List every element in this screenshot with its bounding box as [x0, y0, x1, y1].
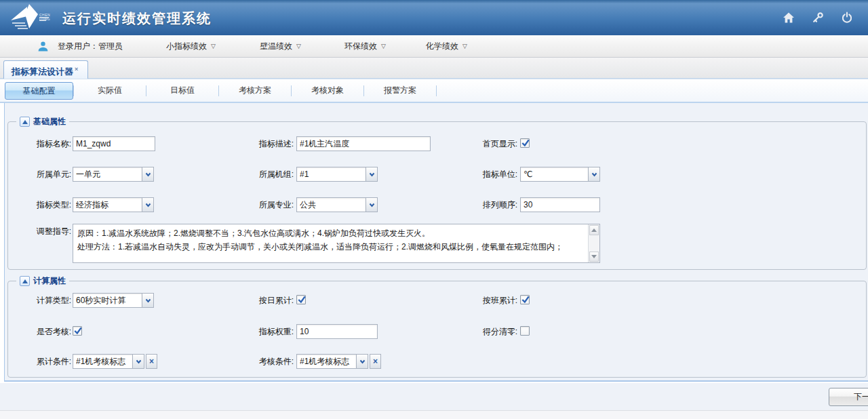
footer-toolbar: 下一步	[0, 383, 868, 410]
accum-condition-input[interactable]	[73, 354, 133, 369]
homepage-display-checkbox[interactable]	[520, 138, 530, 148]
chevron-down-icon[interactable]	[142, 293, 154, 308]
subtab-target-value[interactable]: 目标值	[146, 85, 218, 96]
sort-order-label: 排列顺序:	[465, 197, 517, 212]
next-step-button[interactable]: 下一步	[829, 388, 868, 406]
adjust-guide-label: 调整指导:	[18, 224, 71, 239]
subtab-assessment-object[interactable]: 考核对象	[292, 85, 363, 96]
menu-chemical-performance[interactable]: 化学绩效 ▽	[426, 35, 467, 58]
chevron-down-icon[interactable]	[142, 167, 154, 182]
user-icon	[37, 41, 49, 52]
chevron-down-icon: ▽	[211, 35, 216, 58]
header-toolbar	[783, 0, 853, 35]
owner-major-combo[interactable]	[296, 197, 378, 212]
tab-indicator-algorithm-designer[interactable]: 指标算法设计器×	[3, 60, 88, 79]
app-window: CHEN LONG 运行实时绩效管理系统	[0, 0, 868, 419]
power-icon[interactable]	[841, 12, 853, 24]
subtab-basic-config[interactable]: 基础配置	[5, 82, 73, 100]
is-assessed-checkbox[interactable]	[73, 326, 82, 336]
home-icon[interactable]	[783, 12, 795, 24]
collapse-icon[interactable]	[20, 117, 30, 127]
adjust-guide-textarea[interactable]: 原因：1.减温水系统故障；2.燃烧调整不当；3.汽包水位高或满水；4.锅炉加负荷…	[73, 224, 588, 262]
company-logo-icon: CHEN LONG	[7, 3, 62, 33]
score-reset-checkbox[interactable]	[520, 326, 530, 336]
calc-type-label: 计算类型:	[18, 293, 71, 308]
indicator-type-input[interactable]	[73, 197, 142, 212]
config-subtabs: 基础配置 实际值 目标值 考核方案 考核对象 报警方案	[0, 79, 868, 103]
owner-unit-label: 所属单元:	[18, 167, 71, 182]
subtab-actual-value[interactable]: 实际值	[74, 85, 146, 96]
indicator-desc-input[interactable]	[296, 136, 431, 151]
menu-small-indicator-performance[interactable]: 小指标绩效 ▽	[166, 35, 216, 58]
subtab-assessment-plan[interactable]: 考核方案	[219, 85, 291, 96]
assess-condition-combo[interactable]: ×	[296, 354, 381, 369]
clear-icon[interactable]: ×	[370, 354, 381, 369]
owner-machine-label: 所属机组:	[241, 167, 294, 182]
scroll-up-icon[interactable]	[589, 225, 599, 235]
bottom-strip	[0, 410, 868, 419]
adjust-guide-field: 原因：1.减温水系统故障；2.燃烧调整不当；3.汽包水位高或满水；4.锅炉加负荷…	[73, 224, 600, 263]
indicator-unit-combo[interactable]	[520, 167, 600, 182]
logo-text: CHEN LONG	[39, 13, 62, 21]
shift-accum-checkbox[interactable]	[520, 295, 530, 304]
chevron-down-icon[interactable]	[142, 197, 154, 212]
chevron-down-icon[interactable]	[133, 354, 144, 369]
subtab-alarm-plan[interactable]: 报警方案	[364, 85, 436, 96]
clear-icon[interactable]: ×	[146, 354, 157, 369]
accum-condition-combo[interactable]: ×	[73, 354, 157, 369]
accum-condition-label: 累计条件:	[18, 354, 71, 369]
chevron-down-icon: ▽	[462, 35, 467, 58]
indicator-weight-input[interactable]	[296, 324, 378, 339]
close-icon[interactable]: ×	[75, 66, 78, 73]
sort-order-input[interactable]	[520, 197, 600, 212]
form-panel: 基础属性 计算属性 指标名称: 指标描述: 首页显示: 所属单元:	[4, 103, 868, 382]
indicator-weight-label: 指标权重:	[241, 324, 294, 339]
indicator-type-combo[interactable]	[73, 197, 154, 212]
chevron-down-icon[interactable]	[366, 197, 378, 212]
key-icon[interactable]	[812, 12, 824, 24]
owner-major-label: 所属专业:	[241, 197, 294, 212]
owner-major-input[interactable]	[296, 197, 366, 212]
document-tabstrip: 指标算法设计器×	[0, 58, 868, 79]
collapse-icon[interactable]	[20, 276, 30, 286]
score-reset-label: 得分清零:	[465, 324, 517, 339]
indicator-name-label: 指标名称:	[18, 136, 71, 151]
owner-unit-combo[interactable]	[73, 167, 154, 182]
chevron-down-icon: ▽	[296, 35, 301, 58]
indicator-unit-input[interactable]	[520, 167, 589, 182]
section-title: 计算属性	[33, 275, 66, 287]
owner-machine-input[interactable]	[296, 167, 366, 182]
assess-condition-label: 考核条件:	[241, 354, 294, 369]
chevron-down-icon[interactable]	[589, 167, 600, 182]
main-navbar: 登录用户：管理员 小指标绩效 ▽ 壁温绩效 ▽ 环保绩效 ▽ 化学绩效 ▽	[0, 35, 868, 58]
daily-accum-label: 按日累计:	[241, 293, 294, 308]
owner-machine-combo[interactable]	[296, 167, 378, 182]
indicator-unit-label: 指标单位:	[465, 167, 517, 182]
calc-type-input[interactable]	[73, 293, 142, 308]
scrollbar[interactable]	[588, 224, 599, 262]
calc-type-combo[interactable]	[73, 293, 154, 308]
page-title: 运行实时绩效管理系统	[62, 0, 212, 35]
chevron-down-icon[interactable]	[357, 354, 368, 369]
tab-separator	[436, 85, 437, 96]
section-title: 基础属性	[33, 116, 66, 127]
owner-unit-input[interactable]	[73, 167, 142, 182]
menu-environment-performance[interactable]: 环保绩效 ▽	[344, 35, 386, 58]
homepage-display-label: 首页显示:	[465, 136, 517, 151]
logged-in-user: 登录用户：管理员	[58, 35, 123, 58]
chevron-down-icon: ▽	[381, 35, 386, 58]
is-assessed-label: 是否考核:	[18, 324, 71, 339]
indicator-type-label: 指标类型:	[18, 197, 71, 212]
indicator-desc-label: 指标描述:	[241, 136, 294, 151]
chevron-down-icon[interactable]	[366, 167, 378, 182]
indicator-name-input[interactable]	[73, 136, 155, 151]
shift-accum-label: 按班累计:	[465, 293, 517, 308]
assess-condition-input[interactable]	[296, 354, 357, 369]
app-header: CHEN LONG 运行实时绩效管理系统	[0, 0, 868, 35]
scroll-down-icon[interactable]	[589, 252, 599, 262]
menu-wall-temp-performance[interactable]: 壁温绩效 ▽	[260, 35, 301, 58]
daily-accum-checkbox[interactable]	[296, 295, 306, 304]
